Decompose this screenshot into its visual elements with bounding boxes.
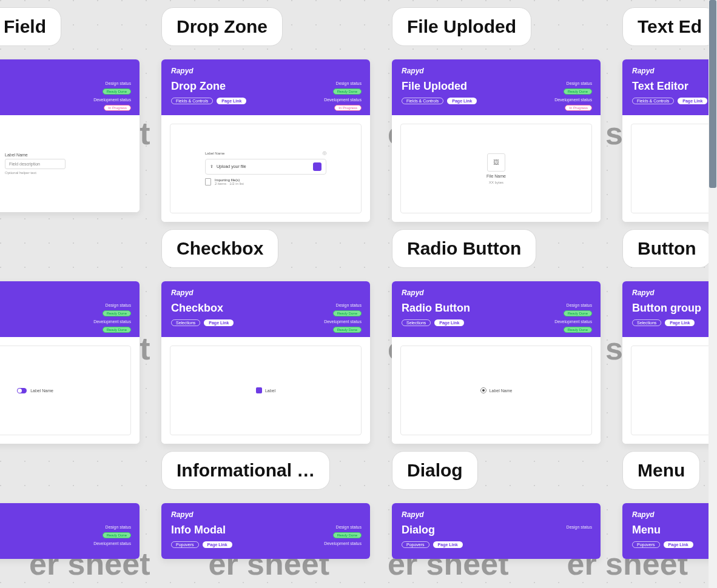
card-title: Text Editor — [632, 80, 717, 93]
brand-label: Rapyd — [632, 510, 717, 519]
page-link-pill[interactable]: Page Link — [433, 541, 463, 548]
frame-label-line-field[interactable]: e Line Field — [0, 7, 61, 46]
brand-label: Rapyd — [171, 510, 360, 519]
dev-status-label: Development status — [324, 98, 362, 102]
card-title: Menu — [632, 524, 717, 536]
frame-card-modal[interactable]: Rapyd Design status Ready Done Developme… — [0, 503, 140, 559]
frame-card-file-uploaded[interactable]: Rapyd File Uploded Fields & Controls Pag… — [392, 59, 601, 222]
frame-label-checkbox[interactable]: Checkbox — [161, 229, 278, 268]
category-pill: Fields & Controls — [402, 98, 443, 104]
design-status-label: Design status — [567, 303, 592, 307]
design-status-badge: Ready Done — [333, 89, 362, 95]
frame-label-file-uploaded[interactable]: File Uploded — [392, 7, 531, 46]
design-canvas[interactable]: er sheet er sheet er sheet er sheet er s… — [0, 0, 717, 588]
frame-label-menu[interactable]: Menu — [622, 451, 700, 490]
toggle-label: Label Name — [30, 389, 53, 393]
frame-label-drop-zone[interactable]: Drop Zone — [161, 7, 283, 46]
vertical-scrollbar[interactable] — [709, 0, 717, 588]
dev-status-badge: In Progress — [565, 105, 592, 111]
design-status-label: Design status — [336, 81, 362, 85]
design-status-label: Design status — [106, 303, 131, 307]
checkbox-icon[interactable] — [256, 387, 262, 393]
category-pill: Selections — [632, 319, 661, 326]
file-name: File Name — [486, 174, 506, 178]
dev-status-badge: Ready Done — [564, 327, 592, 333]
file-meta: 2 items · 1/2 in list — [215, 182, 244, 185]
brand-label: Rapyd — [171, 67, 360, 75]
toggle-control[interactable]: Label Name — [17, 388, 53, 393]
design-status-badge: Ready Done — [333, 310, 362, 316]
upload-button[interactable] — [313, 162, 321, 171]
category-pill: Selections — [171, 319, 200, 326]
radio-control[interactable]: Label Name — [480, 387, 513, 393]
page-link-pill[interactable]: Page Link — [204, 319, 234, 326]
brand-label: Rapyd — [402, 67, 591, 75]
frame-card-menu[interactable]: Rapyd Menu Popovers Page Link Design sta… — [622, 503, 717, 559]
dev-status-label: Development status — [554, 319, 592, 324]
dev-status-badge: Ready Done — [103, 327, 131, 333]
radio-icon[interactable] — [480, 387, 486, 393]
frame-card-info-modal[interactable]: Rapyd Info Modal Popovers Page Link Desi… — [161, 503, 370, 559]
brand-label: Rapyd — [632, 67, 717, 75]
upload-row[interactable]: ⇪ Upload your file — [205, 159, 326, 175]
frame-card-line-field[interactable]: Rapyd e Field Design status Ready Done D… — [0, 59, 140, 212]
design-status-badge: Ready Done — [103, 532, 131, 538]
dev-status-badge: In Progress — [104, 105, 131, 111]
file-row: Importing file(s) 2 items · 1/2 in list — [205, 177, 326, 187]
frame-grid[interactable]: e Line Field Rapyd e Field Design status… — [0, 0, 717, 559]
design-status-badge: Ready Done — [103, 89, 131, 95]
helper-text: Optional helper text — [5, 171, 36, 175]
page-link-pill[interactable]: Page Link — [447, 98, 477, 104]
brand-label: Rapyd — [0, 510, 130, 519]
dz-label: Label Name — [205, 152, 224, 155]
dev-status-label: Development status — [93, 541, 131, 546]
page-link-pill[interactable]: Page Link — [217, 98, 246, 104]
brand-label: Rapyd — [0, 289, 130, 297]
brand-label: Rapyd — [171, 289, 360, 297]
text-input[interactable]: Field description — [5, 159, 66, 169]
page-link-pill[interactable]: Page Link — [664, 541, 693, 548]
upload-text: Upload your file — [217, 164, 246, 169]
frame-label-info-modal[interactable]: Informational … — [161, 451, 330, 490]
design-status-label: Design status — [336, 525, 362, 529]
frame-card-button-group[interactable]: Rapyd Button group Selections Page Link … — [622, 281, 717, 444]
page-link-pill[interactable]: Page Link — [203, 541, 232, 548]
dev-status-badge: In Progress — [334, 105, 362, 111]
frame-card-radio[interactable]: Rapyd Radio Button Selections Page Link … — [392, 281, 601, 444]
card-title: Dialog — [402, 524, 591, 536]
frame-label-button[interactable]: Button — [622, 229, 712, 268]
dev-status-label: Development status — [324, 541, 362, 546]
category-pill: Popovers — [171, 541, 199, 548]
frame-card-checkbox[interactable]: Rapyd Checkbox Selections Page Link Desi… — [161, 281, 370, 444]
design-status-badge: Ready Done — [564, 310, 592, 316]
category-pill: Selections — [402, 319, 431, 326]
radio-label: Label Name — [490, 389, 513, 393]
page-link-pill[interactable]: Page Link — [678, 98, 707, 104]
design-status-label: Design status — [567, 81, 592, 85]
toggle-icon[interactable] — [17, 388, 27, 393]
checkbox-control[interactable]: Label — [256, 387, 275, 393]
frame-label-text-editor[interactable]: Text Ed — [622, 7, 717, 46]
design-status-badge: Ready Done — [333, 532, 362, 538]
frame-label-radio[interactable]: Radio Button — [392, 229, 536, 268]
category-pill: Popovers — [632, 541, 660, 548]
design-status-label: Design status — [106, 81, 131, 85]
page-link-pill[interactable]: Page Link — [665, 319, 695, 326]
design-status-badge: Ready Done — [103, 310, 131, 316]
uploaded-file[interactable]: 🖼 File Name XX bytes — [478, 153, 514, 184]
frame-card-text-editor[interactable]: Rapyd Text Editor Fields & Controls Page… — [622, 59, 717, 222]
frame-card-toggle[interactable]: Rapyd Design status Ready Done Developme… — [0, 281, 140, 444]
field-label: Label Name — [5, 153, 28, 157]
brand-label: Rapyd — [632, 289, 717, 297]
frame-card-dialog[interactable]: Rapyd Dialog Popovers Page Link Design s… — [392, 503, 601, 559]
category-pill: Popovers — [402, 541, 429, 548]
frame-label-dialog[interactable]: Dialog — [392, 451, 478, 490]
image-icon: 🖼 — [487, 153, 505, 172]
upload-icon: ⇪ — [210, 164, 214, 169]
dev-status-label: Development status — [93, 319, 131, 324]
frame-card-drop-zone[interactable]: Rapyd Drop Zone Fields & Controls Page L… — [161, 59, 370, 222]
design-status-label: Design status — [336, 303, 362, 307]
design-status-label: Design status — [567, 525, 592, 529]
page-link-pill[interactable]: Page Link — [434, 319, 464, 326]
brand-label: Rapyd — [0, 67, 130, 75]
